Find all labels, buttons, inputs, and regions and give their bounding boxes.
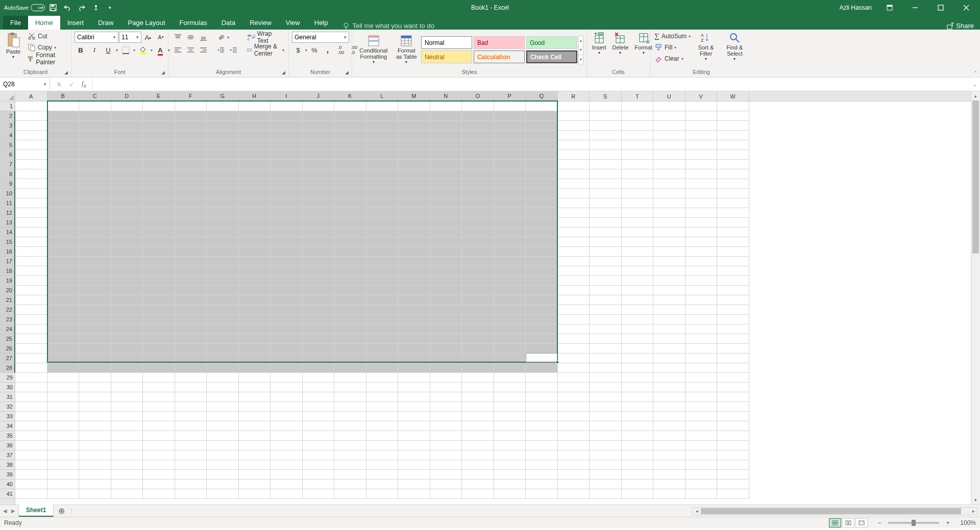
cell[interactable] xyxy=(462,334,494,344)
cell[interactable] xyxy=(462,344,494,354)
cell[interactable] xyxy=(271,266,303,276)
select-all-corner[interactable] xyxy=(0,91,15,102)
tell-me-search[interactable]: Tell me what you want to do xyxy=(342,22,434,30)
tab-home[interactable]: Home xyxy=(28,16,60,30)
cell[interactable] xyxy=(143,140,175,150)
cell[interactable] xyxy=(526,373,558,383)
cell[interactable] xyxy=(430,334,462,344)
new-sheet-button[interactable]: ⊕ xyxy=(54,505,69,517)
cell[interactable] xyxy=(526,305,558,315)
border-button[interactable] xyxy=(119,44,132,56)
cell[interactable] xyxy=(462,247,494,257)
cell[interactable] xyxy=(334,315,366,324)
cell[interactable] xyxy=(15,218,47,228)
cell[interactable] xyxy=(558,402,590,412)
cell[interactable] xyxy=(271,431,303,441)
cell[interactable] xyxy=(47,111,80,121)
cell[interactable] xyxy=(526,470,558,479)
cell[interactable] xyxy=(271,247,303,257)
cell[interactable] xyxy=(303,324,335,334)
cell[interactable] xyxy=(430,324,462,334)
cell[interactable] xyxy=(590,363,622,373)
cell[interactable] xyxy=(685,450,718,460)
cell[interactable] xyxy=(430,286,462,295)
styles-gallery-more[interactable]: ▾ xyxy=(579,55,583,64)
cell[interactable] xyxy=(366,441,399,450)
cell[interactable] xyxy=(175,489,207,499)
cell[interactable] xyxy=(366,315,399,324)
cell[interactable] xyxy=(79,315,111,324)
cell[interactable] xyxy=(47,431,80,441)
cell[interactable] xyxy=(653,111,685,121)
cell[interactable] xyxy=(653,412,685,421)
cell[interactable] xyxy=(462,324,494,334)
cell[interactable] xyxy=(334,421,366,431)
cell[interactable] xyxy=(590,266,622,276)
cell[interactable] xyxy=(175,402,207,412)
cell[interactable] xyxy=(494,479,526,489)
cell[interactable] xyxy=(175,237,207,247)
cell[interactable] xyxy=(175,228,207,237)
cell[interactable] xyxy=(685,102,718,111)
cell[interactable] xyxy=(143,295,175,305)
cell[interactable] xyxy=(717,179,749,189)
cell[interactable] xyxy=(653,324,685,334)
cell[interactable] xyxy=(590,276,622,286)
cell[interactable] xyxy=(685,421,718,431)
cell[interactable] xyxy=(494,344,526,354)
cell[interactable] xyxy=(526,363,558,373)
cell[interactable] xyxy=(462,383,494,392)
cell[interactable] xyxy=(111,111,143,121)
cell[interactable] xyxy=(207,373,239,383)
cell[interactable] xyxy=(366,479,399,489)
cell[interactable] xyxy=(143,305,175,315)
cell[interactable] xyxy=(175,354,207,363)
cell[interactable] xyxy=(653,228,685,237)
cell[interactable] xyxy=(271,450,303,460)
cell[interactable] xyxy=(47,257,80,266)
cell[interactable] xyxy=(334,228,366,237)
cell[interactable] xyxy=(462,266,494,276)
row-header[interactable]: 21 xyxy=(0,295,15,305)
row-header[interactable]: 14 xyxy=(0,228,15,237)
cell[interactable] xyxy=(175,160,207,169)
cell[interactable] xyxy=(622,450,654,460)
cell[interactable] xyxy=(590,479,622,489)
cell[interactable] xyxy=(494,431,526,441)
cell[interactable] xyxy=(653,237,685,247)
cell[interactable] xyxy=(334,324,366,334)
cell[interactable] xyxy=(398,131,430,140)
cell[interactable] xyxy=(462,489,494,499)
collapse-ribbon-icon[interactable]: ˄ xyxy=(974,70,977,76)
cell[interactable] xyxy=(239,131,271,140)
cell[interactable] xyxy=(494,228,526,237)
tab-data[interactable]: Data xyxy=(214,16,242,30)
cell[interactable] xyxy=(366,470,399,479)
cell[interactable] xyxy=(303,131,335,140)
row-header[interactable]: 10 xyxy=(0,189,15,198)
cell[interactable] xyxy=(685,237,718,247)
cell[interactable] xyxy=(207,208,239,218)
cell[interactable] xyxy=(622,257,654,266)
cell[interactable] xyxy=(239,150,271,160)
cell[interactable] xyxy=(717,189,749,198)
cell[interactable] xyxy=(303,441,335,450)
cell[interactable] xyxy=(366,150,399,160)
cell[interactable] xyxy=(334,305,366,315)
cell[interactable] xyxy=(79,450,111,460)
style-normal[interactable]: Normal xyxy=(421,36,472,49)
cell[interactable] xyxy=(143,160,175,169)
cell[interactable] xyxy=(653,247,685,257)
cell[interactable] xyxy=(430,276,462,286)
cell[interactable] xyxy=(526,315,558,324)
cell[interactable] xyxy=(430,208,462,218)
cell[interactable] xyxy=(685,470,718,479)
cell[interactable] xyxy=(47,237,80,247)
cell[interactable] xyxy=(526,189,558,198)
row-header[interactable]: 39 xyxy=(0,470,15,479)
cell[interactable] xyxy=(430,131,462,140)
cell[interactable] xyxy=(111,402,143,412)
cell[interactable] xyxy=(79,228,111,237)
cell[interactable] xyxy=(653,383,685,392)
cell[interactable] xyxy=(175,150,207,160)
